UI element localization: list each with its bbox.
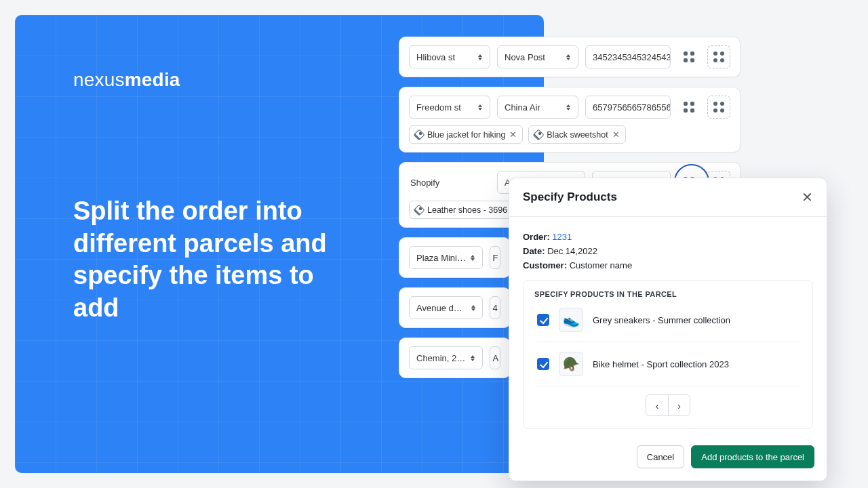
caret-icon (566, 104, 571, 110)
pager: ‹ › (534, 394, 802, 416)
product-name: Bike helmet - Sport collection 2023 (593, 359, 729, 369)
carrier-select[interactable]: China Air (497, 96, 578, 119)
tag-label: Black sweetshot (547, 130, 608, 140)
address-value: Shopify (410, 178, 439, 188)
parcel-card: Avenue de Rena.. 4 (399, 287, 511, 328)
carrier-value: Nova Post (505, 52, 545, 62)
order-label: Order: (523, 232, 550, 242)
modal-title: Specify Products (523, 190, 617, 204)
carrier-select[interactable]: 4 (490, 296, 500, 319)
brand-part-2: media (125, 69, 180, 90)
product-thumb: 🪖 (559, 352, 583, 376)
parcel-card: Freedom st China Air 65797565657865565 B… (399, 87, 741, 152)
tag-label: Leather shoes - 3696 (427, 205, 507, 215)
caret-icon (477, 104, 483, 110)
date-meta: Date: Dec 14,2022 (523, 246, 813, 256)
product-name: Grey sneakers - Summer collection (593, 315, 730, 325)
marketing-headline: Split the order into different parcels a… (73, 195, 365, 324)
address-select[interactable]: Freedom st (409, 96, 490, 119)
remove-tag-icon[interactable]: ✕ (612, 129, 620, 140)
date-value: Dec 14,2022 (547, 246, 597, 256)
carrier-select[interactable]: Nova Post (497, 45, 578, 68)
tracking-input[interactable]: 65797565657865565 (585, 96, 671, 119)
tracking-value: 34523453453245432 (593, 52, 671, 62)
product-tag: Black sweetshot ✕ (528, 125, 625, 144)
parcel-card: Chemin, 24709 A (399, 338, 511, 378)
carrier-value: F (493, 253, 498, 263)
carrier-value: 4 (493, 303, 498, 313)
caret-icon (471, 355, 475, 361)
pager-next-button[interactable]: › (668, 395, 690, 415)
tag-icon (533, 129, 545, 140)
parcel-card: Hlibova st Nova Post 34523453453245432 (399, 37, 741, 77)
checkbox-checked-icon[interactable] (537, 314, 549, 326)
section-heading: SPECIFY PRODUCTS IN THE PARCEL (534, 290, 802, 298)
order-link[interactable]: 1231 (552, 232, 572, 242)
customer-meta: Customer: Customer name (523, 260, 813, 270)
remove-tag-icon[interactable]: ✕ (509, 129, 517, 140)
customer-value: Customer name (570, 260, 632, 270)
specify-products-icon[interactable] (677, 45, 701, 68)
add-products-label: Add products to the parcel (701, 452, 804, 462)
address-value: Hlibova st (416, 52, 455, 62)
tag-icon (414, 204, 425, 216)
address-select[interactable]: Hlibova st (409, 45, 490, 68)
caret-icon (566, 54, 571, 60)
address-select[interactable]: Chemin, 24709 (409, 346, 483, 369)
date-label: Date: (523, 246, 545, 256)
product-row[interactable]: 🪖 Bike helmet - Sport collection 2023 (534, 342, 802, 386)
brand-part-1: nexus (73, 69, 125, 90)
caret-icon (470, 255, 475, 261)
add-parcel-icon[interactable] (707, 45, 730, 68)
address-value: Plaza Ministro (416, 253, 466, 263)
address-select[interactable]: Plaza Ministro (409, 246, 483, 269)
specify-products-modal: Specify Products ✕ Order: 1231 Date: Dec… (509, 178, 827, 481)
checkbox-checked-icon[interactable] (537, 358, 549, 370)
tag-icon (414, 129, 425, 140)
caret-icon (477, 54, 483, 60)
parcel-card: Plaza Ministro F (399, 237, 511, 278)
tracking-input[interactable]: 34523453453245432 (585, 45, 671, 68)
product-thumb: 👟 (559, 308, 583, 332)
carrier-value: China Air (505, 102, 540, 113)
tracking-value: 65797565657865565 (593, 102, 671, 113)
address-value: Avenue de Rena.. (416, 303, 467, 313)
carrier-select[interactable]: F (490, 246, 500, 269)
customer-label: Customer: (523, 260, 567, 270)
caret-icon (471, 305, 475, 311)
carrier-select[interactable]: A (490, 346, 500, 369)
tag-label: Blue jacket for hiking (427, 130, 505, 140)
product-tag: Blue jacket for hiking ✕ (409, 125, 523, 144)
pager-prev-button[interactable]: ‹ (646, 395, 668, 415)
carrier-value: A (493, 353, 499, 363)
address-value: Chemin, 24709 (416, 353, 467, 363)
products-panel: SPECIFY PRODUCTS IN THE PARCEL 👟 Grey sn… (523, 280, 813, 429)
brand-logo: nexusmedia (73, 69, 180, 91)
specify-products-icon[interactable] (677, 96, 701, 119)
product-row[interactable]: 👟 Grey sneakers - Summer collection (534, 298, 802, 342)
cancel-button[interactable]: Cancel (637, 445, 684, 468)
add-parcel-icon[interactable] (707, 96, 730, 119)
address-value: Freedom st (416, 102, 461, 113)
product-tag: Leather shoes - 3696 ✕ (409, 201, 525, 219)
close-icon[interactable]: ✕ (802, 189, 813, 205)
order-meta: Order: 1231 (523, 232, 813, 242)
cancel-label: Cancel (647, 452, 674, 462)
address-static: Shopify (409, 171, 490, 194)
add-products-button[interactable]: Add products to the parcel (691, 445, 814, 468)
address-select[interactable]: Avenue de Rena.. (409, 296, 483, 319)
